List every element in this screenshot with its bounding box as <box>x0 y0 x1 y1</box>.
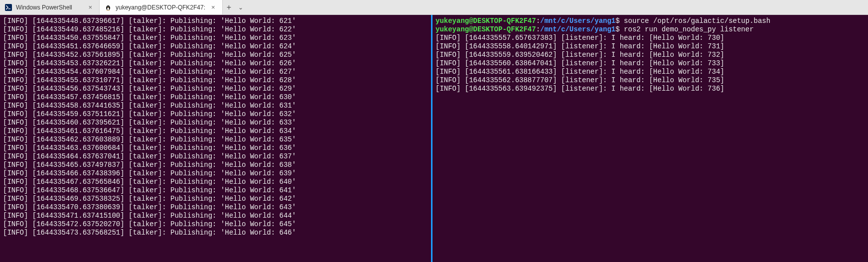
prompt-colon: : <box>536 17 540 25</box>
svg-point-5 <box>108 7 109 7</box>
split-panes: [INFO] [1644335448.637396617] [talker]: … <box>0 15 868 262</box>
log-line: [INFO] [1644335559.639520462] [listener]… <box>435 51 865 59</box>
tabbar-controls: + ⌄ <box>223 0 247 14</box>
tux-icon <box>105 4 112 11</box>
prompt-colon: : <box>536 25 540 33</box>
log-line: [INFO] [1644335562.638877707] [listener]… <box>435 76 865 85</box>
prompt-line: yukeyang@DESKTOP-QFK2F47:/mnt/c/Users/ya… <box>435 25 865 34</box>
tab-wsl[interactable]: yukeyang@DESKTOP-QFK2F47: × <box>100 0 223 14</box>
log-line: [INFO] [1644335458.637441635] [talker]: … <box>3 102 428 110</box>
log-line: [INFO] [1644335558.640142971] [listener]… <box>435 42 865 51</box>
tab-label: Windows PowerShell <box>16 4 72 11</box>
close-icon[interactable]: × <box>86 3 94 11</box>
svg-point-2 <box>107 7 109 10</box>
prompt-path: /mnt/c/Users/yang1 <box>540 25 615 33</box>
terminal-pane-left[interactable]: [INFO] [1644335448.637396617] [talker]: … <box>0 15 431 262</box>
tab-powershell[interactable]: Windows PowerShell × <box>0 0 100 14</box>
command-text: source /opt/ros/galactic/setup.bash <box>624 17 770 25</box>
prompt-path: /mnt/c/Users/yang1 <box>540 17 615 25</box>
prompt-user: yukeyang@DESKTOP-QFK2F47 <box>435 17 536 25</box>
prompt-user: yukeyang@DESKTOP-QFK2F47 <box>435 25 536 33</box>
log-line: [INFO] [1644335454.637607984] [talker]: … <box>3 68 428 76</box>
log-line: [INFO] [1644335561.638166433] [listener]… <box>435 68 865 76</box>
log-line: [INFO] [1644335471.637415100] [talker]: … <box>3 212 428 220</box>
terminal-pane-right[interactable]: yukeyang@DESKTOP-QFK2F47:/mnt/c/Users/ya… <box>433 15 868 262</box>
log-line: [INFO] [1644335462.637603889] [talker]: … <box>3 135 428 144</box>
log-line: [INFO] [1644335557.657637383] [listener]… <box>435 34 865 42</box>
log-line: [INFO] [1644335470.637380639] [talker]: … <box>3 203 428 212</box>
log-line: [INFO] [1644335465.637497837] [talker]: … <box>3 161 428 169</box>
log-line: [INFO] [1644335461.637616475] [talker]: … <box>3 127 428 135</box>
log-line: [INFO] [1644335456.637543743] [talker]: … <box>3 85 428 93</box>
log-line: [INFO] [1644335457.637456815] [talker]: … <box>3 93 428 102</box>
log-line: [INFO] [1644335450.637555847] [talker]: … <box>3 34 428 42</box>
log-line: [INFO] [1644335449.637485216] [talker]: … <box>3 25 428 34</box>
log-line: [INFO] [1644335453.637326221] [talker]: … <box>3 59 428 68</box>
close-icon[interactable]: × <box>209 3 217 11</box>
command-text: ros2 run demo_nodes_py listener <box>624 25 753 33</box>
prompt-line: yukeyang@DESKTOP-QFK2F47:/mnt/c/Users/ya… <box>435 17 865 25</box>
tab-bar: Windows PowerShell × yukeyang@DESKTOP-QF… <box>0 0 868 15</box>
log-line: [INFO] [1644335473.637568251] [talker]: … <box>3 229 428 237</box>
log-line: [INFO] [1644335469.637538325] [talker]: … <box>3 195 428 203</box>
new-tab-button[interactable]: + <box>227 3 231 11</box>
log-line: [INFO] [1644335560.638647041] [listener]… <box>435 59 865 68</box>
log-line: [INFO] [1644335460.637395621] [talker]: … <box>3 119 428 127</box>
log-line: [INFO] [1644335466.637438396] [talker]: … <box>3 169 428 178</box>
log-line: [INFO] [1644335472.637520270] [talker]: … <box>3 220 428 229</box>
log-line: [INFO] [1644335455.637310771] [talker]: … <box>3 76 428 85</box>
log-line: [INFO] [1644335451.637646659] [talker]: … <box>3 42 428 51</box>
svg-point-3 <box>107 6 108 6</box>
log-line: [INFO] [1644335452.637561895] [talker]: … <box>3 51 428 59</box>
tab-label: yukeyang@DESKTOP-QFK2F47: <box>116 4 205 11</box>
log-line: [INFO] [1644335464.637637041] [talker]: … <box>3 152 428 161</box>
powershell-icon <box>5 4 12 11</box>
prompt-symbol: $ <box>615 25 624 33</box>
prompt-symbol: $ <box>615 17 624 25</box>
tab-dropdown-button[interactable]: ⌄ <box>238 4 243 10</box>
svg-point-4 <box>109 6 109 6</box>
log-line: [INFO] [1644335459.637511621] [talker]: … <box>3 110 428 119</box>
log-line: [INFO] [1644335448.637396617] [talker]: … <box>3 17 428 25</box>
log-line: [INFO] [1644335563.639492375] [listener]… <box>435 85 865 93</box>
log-line: [INFO] [1644335468.637536647] [talker]: … <box>3 186 428 195</box>
log-line: [INFO] [1644335463.637600684] [talker]: … <box>3 144 428 152</box>
log-line: [INFO] [1644335467.637565846] [talker]: … <box>3 178 428 186</box>
